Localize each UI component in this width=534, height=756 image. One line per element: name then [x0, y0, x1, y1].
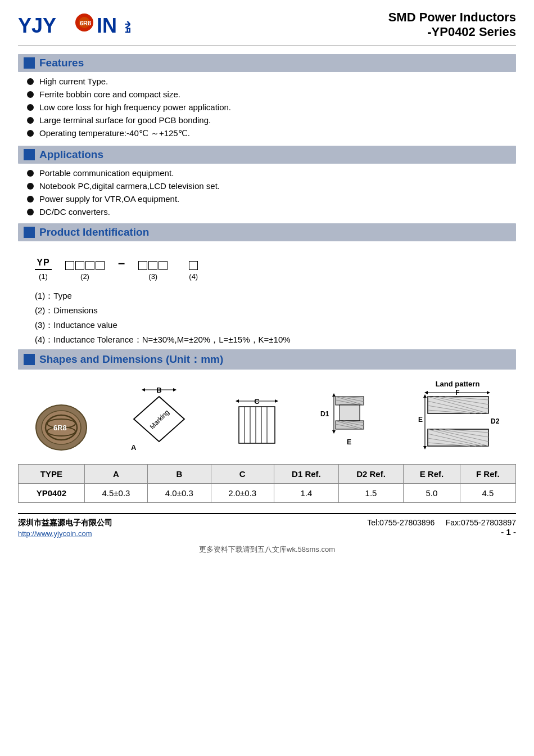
footer-page: - 1 -: [501, 527, 516, 537]
box: [75, 261, 84, 270]
side-view-c: C: [234, 397, 279, 453]
bullet-dot: [27, 183, 34, 190]
features-section-bar: Features: [18, 54, 516, 72]
part4-group: (4): [189, 261, 198, 281]
footer-fax: Fax:0755-27803897: [446, 518, 516, 527]
svg-marker-53: [423, 446, 427, 449]
bullet-dot: [27, 170, 34, 177]
desc-num-2: (2)：: [35, 305, 53, 315]
svg-rect-39: [340, 405, 360, 421]
shapes-section-bar: Shapes and Dimensions (Unit：mm): [18, 349, 516, 370]
svg-text:YJY: YJY: [18, 14, 56, 37]
bullet-dot: [27, 91, 34, 98]
shapes-icon: [24, 354, 35, 365]
box: [159, 261, 168, 270]
feature-text: Operating temperature:-40℃ ～+125℃.: [39, 128, 190, 139]
part1-num: (1): [39, 272, 48, 281]
bullet-dot: [27, 104, 34, 111]
list-item: Portable communication equipment.: [27, 168, 516, 178]
desc-num-4: (4)：: [35, 335, 53, 344]
logo-svg: YJY 6R8 IN 益嘉源: [18, 10, 130, 39]
desc-item-3: (3)：Inductance value: [35, 320, 499, 331]
feature-text: Ferrite bobbin core and compact size.: [39, 89, 180, 99]
features-icon: [24, 57, 35, 69]
main-title: SMD Power Inductors: [388, 10, 516, 25]
desc-label-2: Dimensions: [53, 305, 97, 315]
inductor-photo: 6R8: [33, 402, 89, 453]
svg-text:Marking: Marking: [148, 408, 171, 431]
box: [148, 261, 157, 270]
svg-marker-15: [173, 388, 177, 392]
list-item: Low core loss for high frequency power a…: [27, 102, 516, 112]
svg-text:E: E: [347, 438, 351, 446]
part4-boxes: [189, 261, 198, 270]
feature-text: High current Type.: [39, 76, 108, 86]
cell-type: YP0402: [19, 484, 85, 503]
desc-num-3: (3)：: [35, 320, 53, 330]
features-list: High current Type. Ferrite bobbin core a…: [18, 76, 516, 139]
app-text: Notebook PC,digital carmera,LCD televisi…: [39, 181, 220, 191]
cell-d2: 1.5: [338, 484, 403, 503]
arrow-diagram-b: B Marking A: [125, 385, 198, 453]
footer-tel: Tel:0755-27803896: [367, 518, 435, 527]
desc-label-3: Inductance value: [53, 320, 117, 330]
cell-a: 4.5±0.3: [84, 484, 147, 503]
part3-num: (3): [148, 272, 157, 281]
svg-marker-48: [424, 391, 428, 394]
svg-marker-32: [332, 430, 336, 434]
product-id-diagram: YP (1) (2) – (3): [18, 246, 516, 286]
footer-right: Tel:0755-27803896 Fax:0755-27803897 - 1 …: [367, 518, 516, 537]
product-id-descriptions: (1)：Type (2)：Dimensions (3)：Inductance v…: [18, 291, 516, 345]
svg-text:E: E: [418, 416, 423, 424]
de-view: D1 E: [316, 388, 378, 453]
land-pattern: Land pattern F E D2: [414, 380, 501, 453]
col-e: E Ref.: [404, 465, 460, 484]
part1-group: YP (1): [35, 258, 52, 281]
part2-num: (2): [80, 272, 89, 281]
part2-group: (2): [65, 261, 105, 281]
bullet-dot: [27, 78, 34, 85]
separator: –: [118, 256, 125, 281]
applications-list: Portable communication equipment. Notebo…: [18, 168, 516, 217]
product-id-title: Product Identification: [39, 226, 149, 238]
bullet-dot: [27, 209, 34, 215]
inductor-svg: 6R8: [33, 402, 89, 453]
bullet-dot: [27, 196, 34, 202]
desc-num-1: (1)：: [35, 291, 53, 300]
cell-e: 5.0: [404, 484, 460, 503]
col-d2: D2 Ref.: [338, 465, 403, 484]
list-item: Ferrite bobbin core and compact size.: [27, 89, 516, 99]
col-b: B: [148, 465, 211, 484]
part4-num: (4): [189, 272, 198, 281]
features-title: Features: [39, 57, 84, 69]
list-item: Notebook PC,digital carmera,LCD televisi…: [27, 181, 516, 191]
website-link[interactable]: http://www.yjycoin.com: [18, 529, 92, 538]
app-text: Portable communication equipment.: [39, 168, 174, 178]
svg-text:IN: IN: [97, 14, 117, 37]
col-d1: D1 Ref.: [274, 465, 338, 484]
bullet-dot: [27, 130, 34, 137]
table-header-row: TYPE A B C D1 Ref. D2 Ref. E Ref. F Ref.: [19, 465, 516, 484]
part1-code: YP: [35, 258, 52, 270]
col-c: C: [211, 465, 274, 484]
applications-title: Applications: [39, 148, 103, 161]
svg-marker-14: [142, 388, 145, 392]
arrow-b-svg: B Marking A: [125, 385, 198, 453]
de-svg: D1 E: [316, 388, 378, 453]
shapes-diagrams: 6R8 B Marking A C: [18, 374, 516, 457]
cell-c: 2.0±0.3: [211, 484, 274, 503]
applications-section-bar: Applications: [18, 146, 516, 164]
land-pattern-svg: Land pattern F E D2: [414, 380, 501, 453]
shapes-title: Shapes and Dimensions (Unit：mm): [39, 352, 223, 367]
desc-item-2: (2)：Dimensions: [35, 305, 499, 316]
dimensions-table: TYPE A B C D1 Ref. D2 Ref. E Ref. F Ref.…: [18, 464, 516, 503]
product-id-icon: [24, 227, 35, 238]
col-f: F Ref.: [460, 465, 515, 484]
svg-text:D2: D2: [491, 417, 500, 425]
svg-marker-31: [332, 393, 336, 397]
list-item: DC/DC converters.: [27, 207, 516, 217]
desc-item-4: (4)：Inductance Tolerance：N=±30%,M=±20%，L…: [35, 335, 499, 345]
box: [65, 261, 74, 270]
list-item: Operating temperature:-40℃ ～+125℃.: [27, 128, 516, 139]
app-text: DC/DC converters.: [39, 207, 110, 217]
